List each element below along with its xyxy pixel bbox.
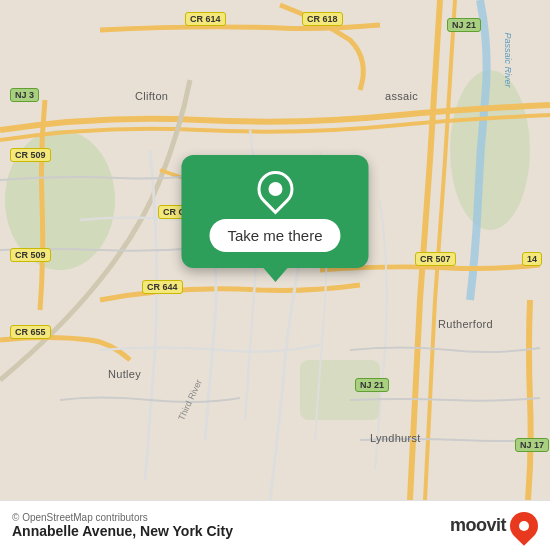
town-label-passaic: assaic	[385, 90, 418, 102]
road-label-cr618: CR 618	[302, 12, 343, 26]
bottom-info: © OpenStreetMap contributors Annabelle A…	[12, 512, 233, 539]
attribution-text: © OpenStreetMap contributors	[12, 512, 233, 523]
moovit-brand-text: moovit	[450, 515, 506, 536]
road-label-cr509a: CR 509	[10, 148, 51, 162]
road-label-nj21b: NJ 21	[355, 378, 389, 392]
svg-point-2	[450, 70, 530, 230]
moovit-icon	[504, 506, 544, 546]
bottom-bar: © OpenStreetMap contributors Annabelle A…	[0, 500, 550, 550]
town-label-rutherford: Rutherford	[438, 318, 493, 330]
take-me-there-button[interactable]: Take me there	[209, 219, 340, 252]
map: CR 614 CR 618 NJ 21 NJ 3 CR 509 CR 509 C…	[0, 0, 550, 500]
town-label-nutley: Nutley	[108, 368, 141, 380]
road-label-cr509b: CR 509	[10, 248, 51, 262]
moovit-logo: moovit	[450, 512, 538, 540]
road-label-nj17: NJ 17	[515, 438, 549, 452]
map-pin-icon	[255, 171, 295, 211]
town-label-lyndhurst: Lyndhurst	[370, 432, 421, 444]
popup-box: Take me there	[181, 155, 368, 268]
popup-card: Take me there	[181, 155, 368, 282]
road-label-cr614: CR 614	[185, 12, 226, 26]
road-label-cr507: CR 507	[415, 252, 456, 266]
river-label: Passaic River	[503, 32, 513, 87]
road-label-14: 14	[522, 252, 542, 266]
town-label-clifton: Clifton	[135, 90, 168, 102]
location-name: Annabelle Avenue, New York City	[12, 523, 233, 539]
road-label-cr644: CR 644	[142, 280, 183, 294]
road-label-cr655: CR 655	[10, 325, 51, 339]
road-label-nj3: NJ 3	[10, 88, 39, 102]
road-label-nj21a: NJ 21	[447, 18, 481, 32]
